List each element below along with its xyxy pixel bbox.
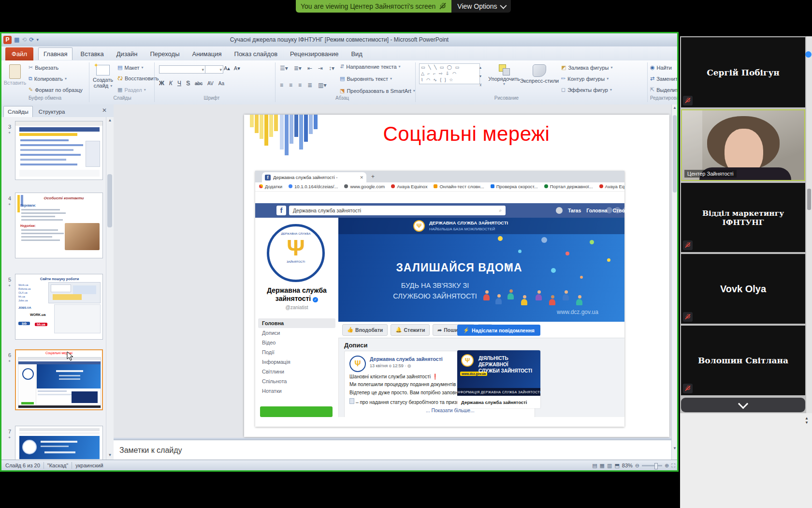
- green-action-button[interactable]: [260, 406, 333, 417]
- pane-tab-outline[interactable]: Структура: [35, 106, 69, 117]
- menu-item-videos[interactable]: Відео: [258, 338, 335, 347]
- fb-nav-home[interactable]: Головна: [586, 208, 607, 213]
- strikethrough-button[interactable]: abc: [195, 81, 203, 86]
- shape-outline-button[interactable]: ✏Контур фигуры▾: [561, 75, 609, 82]
- smartart-button[interactable]: ⬔Преобразовать в SmartArt▾: [340, 88, 415, 94]
- arrange-button[interactable]: Упорядочить ▾: [489, 63, 520, 86]
- participant-tile[interactable]: Волошин Світлана: [681, 326, 805, 395]
- slide-canvas[interactable]: Соціальні мережі f Державна служба зайня…: [244, 115, 669, 437]
- show-more-link[interactable]: ... Показати більше...: [426, 408, 475, 413]
- menu-item-home[interactable]: Головна: [258, 318, 335, 328]
- font-size-select[interactable]: ▾: [205, 65, 223, 74]
- columns-button[interactable]: ▥▾: [318, 82, 326, 89]
- slide-thumbnail-5[interactable]: Сайти пошуку роботи Work.ua Robota.ua OL…: [15, 274, 103, 340]
- reset-slide-button[interactable]: 🗘Восстановить: [117, 75, 159, 81]
- post-author[interactable]: Державна служба зайнятості: [370, 356, 443, 362]
- menu-item-community[interactable]: Спільнота: [258, 376, 335, 386]
- friend-requests-icon[interactable]: [606, 207, 612, 213]
- bookmark-dcz[interactable]: 10.1.0.164/dczeias/...: [289, 184, 338, 189]
- tab-design[interactable]: Дизайн: [112, 48, 143, 60]
- pane-tab-slides[interactable]: Слайды: [3, 106, 33, 117]
- zoom-out-icon[interactable]: ⊖: [635, 463, 639, 469]
- font-name-select[interactable]: ▾: [159, 65, 205, 74]
- font-grow-shrink[interactable]: А▴А▾: [224, 65, 240, 72]
- browser-tab[interactable]: f Державна служба зайнятості - ✕: [262, 172, 366, 182]
- tab-home[interactable]: Главная: [38, 47, 72, 60]
- slide-thumbnail-4[interactable]: Особисті контакти Переваги: Недоліки:: [15, 193, 103, 258]
- text-direction-button[interactable]: ⇵Направление текста▾: [340, 63, 401, 70]
- align-text-button[interactable]: ▤Выровнять текст▾: [340, 75, 392, 82]
- tab-slideshow[interactable]: Показ слайдов: [230, 48, 283, 60]
- pane-scrollbar-thumb[interactable]: [107, 174, 112, 227]
- replace-button[interactable]: ⇄Заменить: [650, 75, 677, 82]
- page-side-card[interactable]: Ψ www.dcz.gov.ua ДІЯЛЬНІСТЬ ДЕРЖАВНОЇ СЛ…: [457, 350, 540, 408]
- like-button[interactable]: 👍Вподобати: [342, 324, 388, 336]
- line-spacing-button[interactable]: ↕▾: [329, 65, 334, 72]
- facebook-search-input[interactable]: Державна служба зайнятості ⌕: [289, 206, 506, 215]
- numbering-button[interactable]: ≣▾: [294, 65, 302, 72]
- char-spacing-button[interactable]: AV: [207, 81, 214, 86]
- paste-button[interactable]: Вставить: [5, 63, 25, 86]
- bold-button[interactable]: Ж: [159, 80, 164, 87]
- slide-title[interactable]: Соціальні мережі: [346, 122, 587, 146]
- tab-transitions[interactable]: Переходы: [145, 48, 185, 60]
- italic-button[interactable]: К: [169, 80, 173, 87]
- slide-thumbnail-6-selected[interactable]: Соціальні мережі: [15, 349, 103, 410]
- align-left-button[interactable]: ≡: [280, 82, 283, 89]
- bookmark-apps[interactable]: Додатки: [259, 184, 282, 189]
- send-message-button[interactable]: ⚡ Надіслати повідомлення: [457, 325, 540, 336]
- notifications-icon[interactable]: [623, 207, 629, 213]
- menu-item-photos[interactable]: Світлини: [258, 367, 335, 376]
- bookmark-test[interactable]: Онлайн-тест словн...: [434, 184, 484, 189]
- align-center-button[interactable]: ≡: [289, 82, 292, 89]
- decrease-indent-button[interactable]: ⇤: [307, 65, 312, 72]
- grow-font-icon[interactable]: А▴: [224, 65, 230, 72]
- panel-scrollbar-thumb[interactable]: [807, 189, 811, 210]
- participant-tile[interactable]: Відділ маркетингу ІФНТУНГ: [681, 183, 805, 252]
- zoom-in-icon[interactable]: ⊕: [665, 463, 669, 469]
- layout-button[interactable]: ▤Макет▾: [117, 64, 144, 71]
- align-right-button[interactable]: ≡: [298, 82, 302, 89]
- select-button[interactable]: ⇱Выделить: [650, 87, 677, 93]
- messenger-icon[interactable]: [614, 207, 621, 213]
- tab-animations[interactable]: Анимация: [188, 48, 227, 60]
- page-name-line2[interactable]: зайнятості ✓: [255, 295, 338, 303]
- bookmark-google[interactable]: www.google.com: [344, 184, 385, 189]
- section-button[interactable]: ▦Раздел▾: [117, 87, 146, 93]
- facebook-logo[interactable]: f: [276, 206, 286, 215]
- tab-file[interactable]: Файл: [5, 47, 33, 60]
- editor-scrollbar[interactable]: ▲ ▼: [671, 105, 677, 460]
- zoom-slider[interactable]: [642, 465, 662, 466]
- zoom-level[interactable]: 83%: [622, 463, 633, 468]
- shape-effects-button[interactable]: ◻Эффекты фигур▾: [561, 87, 612, 93]
- underline-button[interactable]: Ч: [177, 80, 181, 87]
- shapes-scroll[interactable]: ▲▼⊻: [478, 63, 483, 90]
- change-case-button[interactable]: Аа: [218, 81, 224, 86]
- shapes-gallery[interactable]: ▭ ╲ ╲ ▭ ◯ ▭△ ⌐ ⌐ ⇨ ⇩ ◠⌇ ◠ ∿ { } ☆: [419, 63, 480, 84]
- follow-button[interactable]: 🔔Стежити: [391, 324, 430, 336]
- panel-scroll-arrows[interactable]: ▲▼: [805, 416, 809, 425]
- menu-item-events[interactable]: Події: [258, 347, 335, 357]
- slide-thumbnail-3[interactable]: [15, 121, 103, 180]
- close-pane-icon[interactable]: ✕: [102, 107, 107, 114]
- bookmark-avaya[interactable]: Avaya Equinox: [391, 184, 427, 189]
- normal-view-icon[interactable]: ▤: [592, 463, 597, 469]
- new-slide-button[interactable]: ✦ Создать слайд▾: [91, 63, 115, 89]
- title-bar[interactable]: P ▦ ⟲ ⟳ ▾ Сучасні джерела пошуку ІФНТУНГ…: [1, 33, 677, 46]
- quick-styles-button[interactable]: Экспресс-стили: [522, 63, 556, 84]
- editor-scrollbar-thumb[interactable]: [673, 115, 677, 193]
- language-indicator[interactable]: украинский: [75, 463, 103, 468]
- participant-tile[interactable]: Vovk Olya: [681, 254, 805, 324]
- bookmark-speed[interactable]: Проверка скорост...: [491, 184, 538, 189]
- cut-button[interactable]: ✂Вырезать: [29, 64, 58, 71]
- bullets-button[interactable]: ☰▾: [280, 65, 288, 72]
- copy-button[interactable]: ⧉Копировать▾: [29, 75, 67, 82]
- tab-review[interactable]: Рецензирование: [285, 48, 343, 60]
- participant-video-tile[interactable]: Центер Зайнятості: [681, 109, 805, 181]
- slide-sorter-icon[interactable]: ▦: [600, 463, 605, 469]
- fit-to-window-icon[interactable]: ⛶: [671, 463, 675, 469]
- notes-area[interactable]: Заметки к слайду: [114, 439, 671, 461]
- view-options-button[interactable]: View Options: [451, 0, 510, 13]
- menu-item-posts[interactable]: Дописи: [258, 328, 335, 338]
- tab-close-icon[interactable]: ✕: [360, 175, 363, 180]
